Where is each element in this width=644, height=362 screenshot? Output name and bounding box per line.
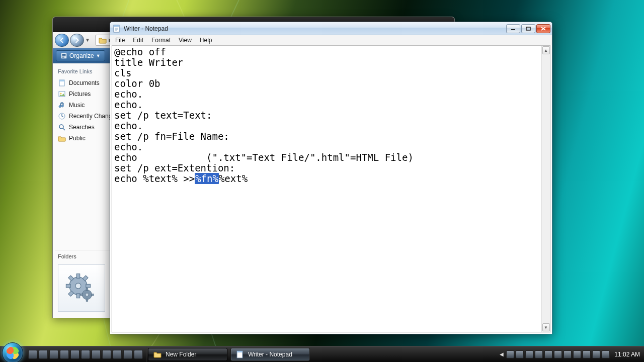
notepad-titlebar[interactable]: Writer - Notepad <box>110 22 552 35</box>
svg-rect-28 <box>114 25 119 27</box>
gear-icon <box>64 270 99 306</box>
svg-rect-3 <box>62 56 64 57</box>
tray-expand-button[interactable]: ◀ <box>500 351 504 357</box>
svg-point-7 <box>60 93 62 95</box>
doc-icon <box>58 79 66 87</box>
svg-rect-13 <box>76 274 80 279</box>
tray-icon[interactable] <box>573 350 581 358</box>
svg-rect-16 <box>86 284 91 288</box>
minimize-button[interactable] <box>506 24 520 33</box>
tray-icon[interactable] <box>544 350 552 358</box>
svg-point-9 <box>59 125 63 129</box>
quick-launch-item[interactable] <box>39 350 48 359</box>
system-tray: ◀ 11:02 AM <box>496 346 644 362</box>
recent-icon <box>58 112 66 120</box>
sidebar-link-label: Documents <box>69 79 100 86</box>
svg-rect-1 <box>62 54 66 55</box>
organize-button[interactable]: Organize ▼ <box>56 50 105 61</box>
quick-launch-item[interactable] <box>28 350 37 359</box>
taskbar-button-new-folder[interactable]: New Folder <box>148 348 227 361</box>
tray-icon[interactable] <box>525 350 533 358</box>
menu-help[interactable]: Help <box>196 35 216 45</box>
scroll-up-button[interactable]: ▲ <box>542 46 550 54</box>
svg-rect-23 <box>86 288 88 291</box>
sidebar-link-label: Public <box>69 135 86 142</box>
svg-point-12 <box>75 283 81 289</box>
selected-text: %fn% <box>195 173 219 184</box>
svg-rect-24 <box>86 299 88 302</box>
svg-rect-14 <box>76 294 80 298</box>
minimize-icon <box>511 27 516 31</box>
quick-launch-item[interactable] <box>49 350 58 359</box>
svg-rect-25 <box>80 294 83 296</box>
notepad-window: Writer - Notepad FileEditFormatViewHelp … <box>110 22 552 334</box>
menu-format[interactable]: Format <box>147 35 175 45</box>
taskbar: New FolderWriter - Notepad ◀ 11:02 AM <box>0 346 644 362</box>
taskbar-button-label: New Folder <box>166 351 196 358</box>
menu-view[interactable]: View <box>175 35 196 45</box>
arrow-left-icon <box>58 37 65 44</box>
nav-history-dropdown[interactable]: ▼ <box>85 37 90 43</box>
quick-launch-item[interactable] <box>70 350 79 359</box>
tray-icon[interactable] <box>506 350 514 358</box>
quick-launch <box>25 346 146 362</box>
nav-back-button[interactable] <box>55 34 69 47</box>
folder-icon <box>153 350 162 358</box>
folder-icon <box>99 36 107 44</box>
notepad-icon <box>236 350 244 358</box>
tray-icon[interactable] <box>592 350 600 358</box>
svg-line-10 <box>63 128 65 130</box>
taskbar-button-writer-notepad[interactable]: Writer - Notepad <box>230 348 310 361</box>
quick-launch-item[interactable] <box>102 350 111 359</box>
tray-icon[interactable] <box>535 350 543 358</box>
svg-rect-15 <box>66 284 70 288</box>
menu-edit[interactable]: Edit <box>129 35 147 45</box>
editor-content[interactable]: @echo off title Writer cls color 0b echo… <box>112 46 541 332</box>
menubar: FileEditFormatViewHelp <box>110 35 552 45</box>
organize-label: Organize <box>69 52 94 59</box>
sidebar-link-label: Pictures <box>69 90 91 98</box>
taskbar-clock[interactable]: 11:02 AM <box>614 351 640 358</box>
editor-area[interactable]: @echo off title Writer cls color 0b echo… <box>112 45 550 332</box>
nav-forward-button[interactable] <box>70 34 84 47</box>
maximize-button[interactable] <box>521 24 535 33</box>
scroll-down-button[interactable]: ▼ <box>542 323 550 331</box>
quick-launch-item[interactable] <box>123 350 132 359</box>
quick-launch-item[interactable] <box>81 350 90 359</box>
search-icon <box>58 123 66 131</box>
menu-file[interactable]: File <box>111 35 129 45</box>
svg-rect-33 <box>526 27 530 30</box>
sidebar-link-label: Music <box>69 102 85 109</box>
close-icon <box>541 27 546 31</box>
svg-rect-5 <box>59 80 64 81</box>
quick-launch-item[interactable] <box>113 350 122 359</box>
quick-launch-item[interactable] <box>134 350 143 359</box>
quick-launch-item[interactable] <box>92 350 101 359</box>
sidebar-link-label: Searches <box>69 124 95 131</box>
tray-icon[interactable] <box>564 350 572 358</box>
start-button[interactable] <box>2 342 23 363</box>
svg-point-22 <box>86 293 89 296</box>
taskbar-button-label: Writer - Notepad <box>248 351 292 358</box>
maximize-icon <box>526 27 531 31</box>
tray-icon[interactable] <box>602 350 610 358</box>
arrow-right-icon <box>73 37 80 44</box>
svg-rect-2 <box>62 55 66 56</box>
public-icon <box>58 134 66 142</box>
svg-rect-26 <box>91 294 94 296</box>
quick-launch-item[interactable] <box>60 350 69 359</box>
window-title: Writer - Notepad <box>124 25 168 32</box>
chevron-down-icon: ▼ <box>96 53 101 58</box>
tray-icon[interactable] <box>583 350 591 358</box>
music-icon <box>58 101 66 109</box>
tray-icon[interactable] <box>554 350 562 358</box>
notepad-icon <box>113 25 121 33</box>
close-button[interactable] <box>536 24 550 33</box>
svg-rect-35 <box>237 351 243 352</box>
vertical-scrollbar[interactable]: ▲ ▼ <box>541 46 550 332</box>
pic-icon <box>58 90 66 98</box>
folder-thumbnail[interactable] <box>58 264 105 312</box>
svg-rect-32 <box>511 29 515 30</box>
organize-icon <box>60 52 67 59</box>
tray-icon[interactable] <box>516 350 524 358</box>
